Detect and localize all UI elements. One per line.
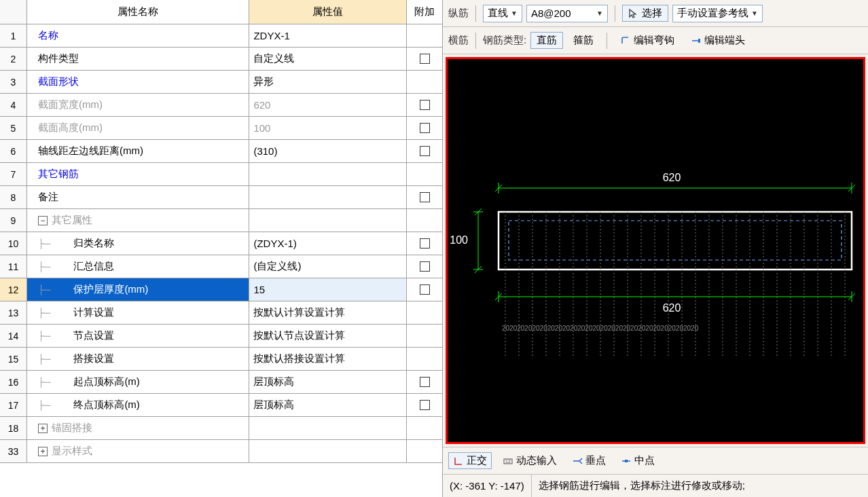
ext-cell (407, 163, 442, 185)
property-value-cell[interactable]: 层顶标高 (249, 394, 407, 416)
table-row[interactable]: 12├─保护层厚度(mm)15 (0, 278, 442, 301)
property-name-cell[interactable]: ├─终点顶标高(m) (27, 394, 249, 416)
property-value-cell[interactable] (249, 209, 407, 232)
row-number: 1 (0, 24, 27, 47)
straight-rebar-button[interactable]: 直筋 (530, 32, 563, 49)
ortho-toggle[interactable]: 正交 (448, 452, 492, 469)
property-name-cell[interactable]: 截面高度(mm) (27, 117, 249, 139)
property-value-cell[interactable]: 按默认节点设置计算 (249, 325, 407, 347)
expand-icon[interactable]: + (38, 447, 48, 456)
ext-cell (407, 417, 442, 439)
property-value-cell[interactable] (249, 417, 407, 439)
property-value-cell[interactable]: ZDYX-1 (249, 24, 407, 47)
table-row[interactable]: 17├─终点顶标高(m)层顶标高 (0, 394, 442, 417)
checkbox[interactable] (420, 146, 430, 156)
table-row[interactable]: 16├─起点顶标高(m)层顶标高 (0, 371, 442, 394)
expand-icon[interactable]: + (38, 424, 48, 433)
checkbox[interactable] (420, 400, 430, 410)
table-row[interactable]: 15├─搭接设置按默认搭接设置计算 (0, 348, 442, 371)
edit-hook-button[interactable]: 编辑弯钩 (614, 32, 681, 49)
property-value-cell[interactable]: (310) (249, 140, 407, 162)
dynamic-input-toggle[interactable]: 12 动态输入 (499, 453, 561, 468)
table-row[interactable]: 4截面宽度(mm)620 (0, 94, 442, 117)
property-name-cell[interactable]: 备注 (27, 186, 249, 208)
property-value-cell[interactable]: 自定义线 (249, 48, 407, 70)
checkbox[interactable] (420, 261, 430, 272)
rebar-spec-combo[interactable]: A8@200 ▼ (526, 5, 608, 22)
property-name-cell[interactable]: ├─节点设置 (27, 325, 249, 347)
property-name-cell[interactable]: ├─保护层厚度(mm) (27, 278, 249, 301)
table-row[interactable]: 11├─汇总信息(自定义线) (0, 255, 442, 278)
perp-snap-toggle[interactable]: 垂点 (568, 453, 610, 468)
table-row[interactable]: 9−其它属性 (0, 209, 442, 232)
checkbox[interactable] (420, 100, 430, 110)
select-button[interactable]: 选择 (622, 5, 668, 22)
property-name-cell[interactable]: −其它属性 (27, 209, 249, 232)
checkbox[interactable] (420, 123, 430, 133)
line-mode-combo[interactable]: 直线 ▼ (483, 5, 522, 22)
checkbox[interactable] (420, 377, 430, 387)
property-name-cell[interactable]: 轴线距左边线距离(mm) (27, 140, 249, 162)
property-name-cell[interactable]: ├─起点顶标高(m) (27, 371, 249, 393)
property-name-cell[interactable]: ├─汇总信息 (27, 255, 249, 278)
property-panel: 属性名称 属性值 附加 1名称ZDYX-12构件类型自定义线3截面形状异形4截面… (0, 0, 443, 497)
table-row[interactable]: 2构件类型自定义线 (0, 48, 442, 71)
table-row[interactable]: 14├─节点设置按默认节点设置计算 (0, 325, 442, 348)
tree-line-icon: ├─ (38, 331, 50, 341)
checkbox[interactable] (420, 54, 430, 64)
edit-end-button[interactable]: 编辑端头 (685, 32, 751, 49)
property-value-cell[interactable]: (ZDYX-1) (249, 232, 407, 255)
ext-cell (407, 232, 442, 255)
checkbox[interactable] (420, 192, 430, 202)
property-name-cell[interactable]: ├─搭接设置 (27, 348, 249, 370)
table-row[interactable]: 33+显示样式 (0, 440, 442, 463)
mid-icon (621, 456, 632, 466)
checkbox[interactable] (420, 284, 430, 295)
property-value: 按默认搭接设置计算 (253, 352, 345, 365)
property-value-cell[interactable] (249, 186, 407, 208)
table-row[interactable]: 8备注 (0, 186, 442, 209)
property-name-cell[interactable]: 其它钢筋 (27, 163, 249, 185)
table-row[interactable]: 7其它钢筋 (0, 163, 442, 186)
property-name-cell[interactable]: 截面形状 (27, 71, 249, 93)
row-number: 15 (0, 348, 27, 370)
property-value-cell[interactable]: 异形 (249, 71, 407, 93)
row-number: 16 (0, 371, 27, 393)
property-name-cell[interactable]: 名称 (27, 24, 249, 47)
property-value-cell[interactable] (249, 163, 407, 185)
mid-snap-toggle[interactable]: 中点 (617, 453, 659, 468)
property-value-cell[interactable]: (自定义线) (249, 255, 407, 278)
row-number: 3 (0, 71, 27, 93)
property-value-cell[interactable]: 620 (249, 94, 407, 116)
property-name-cell[interactable]: 构件类型 (27, 48, 249, 70)
property-value-cell[interactable]: 按默认搭接设置计算 (249, 348, 407, 370)
checkbox[interactable] (420, 238, 430, 248)
dynamic-input-label: 动态输入 (516, 454, 557, 467)
table-row[interactable]: 6轴线距左边线距离(mm)(310) (0, 140, 442, 163)
table-row[interactable]: 13├─计算设置按默认计算设置计算 (0, 301, 442, 325)
table-row[interactable]: 5截面高度(mm)100 (0, 117, 442, 140)
rebar-type-label: 钢筋类型: (483, 34, 526, 47)
property-value-cell[interactable] (249, 440, 407, 462)
refline-combo[interactable]: 手动设置参考线 ▼ (672, 5, 763, 22)
stirrup-button[interactable]: 箍筋 (567, 32, 600, 49)
property-name-cell[interactable]: ├─归类名称 (27, 232, 249, 255)
table-row[interactable]: 3截面形状异形 (0, 71, 442, 94)
table-row[interactable]: 18+锚固搭接 (0, 417, 442, 440)
left-dim-text: 100 (450, 234, 468, 246)
property-value-cell[interactable]: 层顶标高 (249, 371, 407, 393)
property-value-cell[interactable]: 100 (249, 117, 407, 139)
property-name-cell[interactable]: +锚固搭接 (27, 417, 249, 439)
ext-cell (407, 325, 442, 347)
ortho-icon (453, 456, 464, 466)
collapse-icon[interactable]: − (38, 216, 48, 225)
svg-text:12: 12 (505, 459, 511, 464)
table-row[interactable]: 10├─归类名称(ZDYX-1) (0, 232, 442, 255)
property-value-cell[interactable]: 15 (249, 278, 407, 301)
property-value-cell[interactable]: 按默认计算设置计算 (249, 301, 407, 324)
property-name-cell[interactable]: 截面宽度(mm) (27, 94, 249, 116)
cad-canvas[interactable]: 620 100 (446, 57, 865, 444)
property-name-cell[interactable]: +显示样式 (27, 440, 249, 462)
table-row[interactable]: 1名称ZDYX-1 (0, 24, 442, 48)
property-name-cell[interactable]: ├─计算设置 (27, 301, 249, 324)
